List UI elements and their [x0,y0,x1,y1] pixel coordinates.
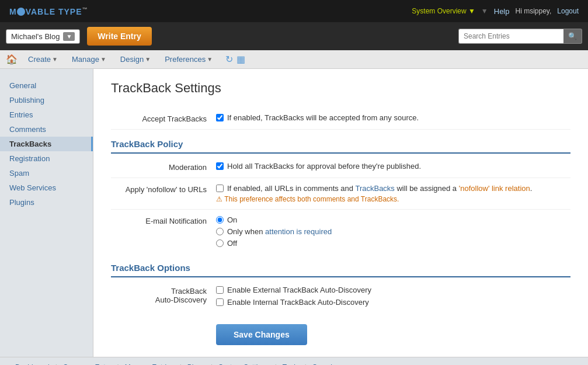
moderation-row: Moderation Hold all TrackBacks for appro… [111,156,570,178]
email-notification-row: E-mail Notification On Only when attenti… [111,210,570,253]
email-off-label: Off [227,239,237,248]
nofollow-row: Apply 'nofollow' to URLs If enabled, all… [111,178,570,210]
site-logo: MVABLE TYPE™ [9,6,88,16]
sep1: ▼ [481,7,488,15]
nav-extra-icons: ↻ ▦ [225,54,245,65]
accept-trackbacks-value: If enabled, TrackBacks will be accepted … [216,113,570,122]
email-off-row: Off [216,239,570,248]
blog-name: Michael's Blog [11,32,60,41]
external-autodiscovery-checkbox[interactable] [216,286,224,294]
prefs-arrow: ▼ [207,56,213,62]
email-off-radio[interactable] [216,239,224,247]
moderation-text: Hold all TrackBacks for approval before … [227,162,421,171]
email-only-label: Only when attention is required [227,227,332,236]
trackback-policy-header: TrackBack Policy [111,139,570,154]
design-arrow: ▼ [145,56,151,62]
email-notification-label: E-mail Notification [111,215,216,225]
logout-link[interactable]: Logout [557,7,579,15]
create-arrow: ▼ [52,56,58,62]
home-icon[interactable]: 🏠 [6,54,18,65]
grid-icon[interactable]: ▦ [236,54,245,65]
moderation-label: Moderation [111,162,216,172]
email-radio-group: On Only when attention is required Off [216,215,570,248]
sidebar-item-plugins[interactable]: Plugins [0,195,93,210]
internal-autodiscovery-checkbox[interactable] [216,298,224,306]
tb-autodiscovery-row: TrackBack Auto-Discovery Enable External… [111,280,570,312]
sidebar-item-webservices[interactable]: Web Services [0,180,93,195]
sidebar-item-entries[interactable]: Entries [0,107,93,122]
moderation-checkbox[interactable] [216,162,224,170]
nofollow-text: If enabled, all URLs in comments and Tra… [227,184,532,193]
second-bar: Michael's Blog ▼ Write Entry 🔍 [0,22,588,50]
warning-icon: ⚠ [216,195,222,203]
nofollow-checkbox[interactable] [216,185,224,192]
email-on-label: On [227,215,237,224]
search-input[interactable] [458,29,563,44]
footer: Dashboard | Compose Entry | Manage Entri… [0,357,588,365]
refresh-icon[interactable]: ↻ [225,54,233,65]
email-on-radio[interactable] [216,216,224,224]
main-content: TrackBack Settings Accept TrackBacks If … [93,69,588,357]
trackback-options-header: TrackBack Options [111,263,570,277]
search-area: 🔍 [458,29,582,44]
sidebar-item-trackbacks[interactable]: TrackBacks [0,137,93,151]
tb-autodiscovery-value: Enable External TrackBack Auto-Discovery… [216,286,570,307]
write-entry-button[interactable]: Write Entry [87,27,151,46]
accept-trackbacks-row: Accept TrackBacks If enabled, TrackBacks… [111,107,570,130]
sidebar-item-comments[interactable]: Comments [0,122,93,137]
manage-arrow: ▼ [100,56,106,62]
nofollow-value: If enabled, all URLs in comments and Tra… [216,184,570,203]
top-links: System Overview ▼ ▼ Help Hi msippey, Log… [412,7,579,16]
top-bar: MVABLE TYPE™ System Overview ▼ ▼ Help Hi… [0,0,588,22]
help-link[interactable]: Help [494,7,510,16]
nofollow-label: Apply 'nofollow' to URLs [111,184,216,194]
sidebar-item-general[interactable]: General [0,78,93,93]
greeting-text: Hi msippey, [516,7,552,15]
nav-create[interactable]: Create ▼ [22,53,64,66]
save-changes-button[interactable]: Save Changes [216,324,307,345]
email-only-radio[interactable] [216,228,224,235]
nofollow-warning: ⚠ ⚠ This preference affects both comment… [216,195,570,203]
tb-autodiscovery-label: TrackBack Auto-Discovery [111,286,216,304]
nav-manage[interactable]: Manage ▼ [66,53,112,66]
moderation-value: Hold all TrackBacks for approval before … [216,162,570,171]
email-on-row: On [216,215,570,224]
accept-trackbacks-checkbox[interactable] [216,114,224,121]
accept-trackbacks-text: If enabled, TrackBacks will be accepted … [227,113,419,122]
nav-bar: 🏠 Create ▼ Manage ▼ Design ▼ Preferences… [0,50,588,69]
internal-autodiscovery-label: Enable Internal TrackBack Auto-Discovery [227,298,369,307]
sidebar-item-publishing[interactable]: Publishing [0,93,93,107]
content-area: General Publishing Entries Comments Trac… [0,69,588,357]
sidebar-item-spam[interactable]: Spam [0,166,93,180]
blog-selector[interactable]: Michael's Blog ▼ [6,29,80,44]
nav-preferences[interactable]: Preferences ▼ [159,53,218,66]
accept-trackbacks-label: Accept TrackBacks [111,113,216,123]
email-notification-value: On Only when attention is required Off [216,215,570,248]
search-button[interactable]: 🔍 [563,29,582,44]
nav-design[interactable]: Design ▼ [114,53,156,66]
page-title: TrackBack Settings [111,81,570,96]
blog-dropdown-arrow: ▼ [63,32,75,41]
external-autodiscovery-label: Enable External TrackBack Auto-Discovery [227,286,371,294]
email-only-row: Only when attention is required [216,227,570,236]
sidebar: General Publishing Entries Comments Trac… [0,69,93,357]
system-overview-link[interactable]: System Overview ▼ [412,7,475,15]
sidebar-item-registration[interactable]: Registration [0,151,93,166]
